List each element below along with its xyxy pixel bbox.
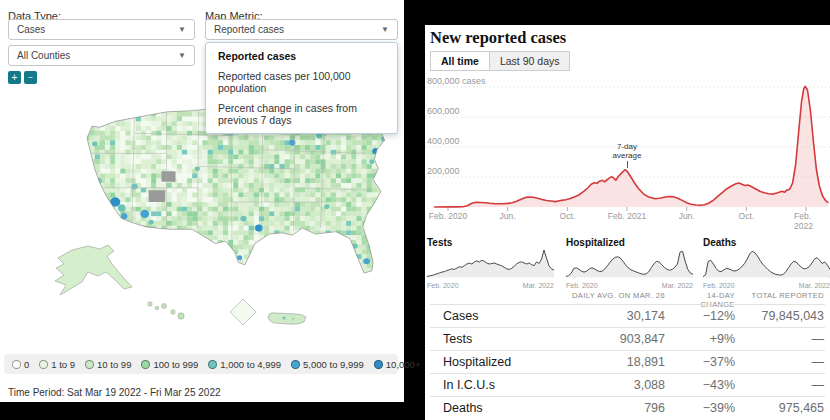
chevron-down-icon: ▼ [381,25,389,34]
cases-summary-panel: New reported cases All time Last 90 days… [425,25,830,420]
time-period-text: Time Period: Sat Mar 19 2022 - Fri Mar 2… [8,387,221,398]
county-value: All Counties [17,50,70,61]
legend-swatch [39,360,48,369]
tab-last-90-days[interactable]: Last 90 days [489,52,570,70]
x-axis-tick-label: Feb. 2020 [429,211,467,221]
y-axis-tick-label: 600,000 [427,106,460,116]
chevron-down-icon: ▼ [178,51,186,60]
deaths-sparkline-chart [703,247,830,281]
page-title: New reported cases [430,28,566,48]
table-row: Hospitalized 18,891 −37% — [430,350,825,373]
x-axis-tick-label: Feb. 2021 [608,211,646,221]
map-tool-panel: Data Type: Cases ▼ All Counties ▼ + − Ma… [0,0,404,402]
table-row: Deaths 796 −39% 975,465 [430,396,825,419]
time-range-tabs: All time Last 90 days [430,51,570,71]
x-axis-tick-label: Feb. 2022 [794,211,818,231]
legend-swatch [374,360,383,369]
map-metric-dropdown: Reported cases Reported cases per 100,00… [205,42,398,134]
legend-item: 5,000 to 9,999 [291,359,364,370]
data-type-select[interactable]: Cases ▼ [8,19,195,40]
col-header-total-reported: TOTAL REPORTED [742,291,824,300]
summary-table: DAILY AVG. ON MAR. 26 14-DAY CHANGE TOTA… [430,291,825,419]
legend-item: 0 [12,359,29,370]
x-axis-tick-label: Oct. [739,211,755,221]
data-type-value: Cases [17,24,45,35]
legend-swatch [141,360,150,369]
legend-swatch [85,360,94,369]
county-select[interactable]: All Counties ▼ [8,45,195,66]
legend-item: 10,000+ [374,359,421,370]
legend-item: 1 to 9 [39,359,75,370]
chevron-down-icon: ▼ [178,25,186,34]
seven-day-average-annotation: 7-day average [597,143,657,168]
x-axis-tick-label: Jun. [679,211,695,221]
dropdown-option-reported-cases[interactable]: Reported cases [206,46,397,66]
map-legend: 0 1 to 9 10 to 99 100 to 999 1,000 to 4,… [4,354,398,374]
y-axis-tick-label: 400,000 [427,136,460,146]
y-axis-tick-label: 800,000 cases [427,76,486,86]
map-metric-select[interactable]: Reported cases ▼ [205,19,398,40]
tab-all-time[interactable]: All time [431,52,489,70]
table-row: In I.C.U.s 3,088 −43% — [430,373,825,396]
table-header-row: DAILY AVG. ON MAR. 26 14-DAY CHANGE TOTA… [430,291,825,304]
legend-item: 10 to 99 [85,359,131,370]
y-axis-tick-label: 200,000 [427,166,460,176]
hospitalized-sparkline-chart [566,247,693,281]
tests-sparkline-chart [427,247,554,281]
annotation-tick [627,161,628,168]
legend-swatch [291,360,300,369]
dropdown-option-percent-change[interactable]: Percent change in cases from previous 7 … [206,98,397,130]
legend-item: 100 to 999 [141,359,198,370]
legend-swatch [208,360,217,369]
legend-swatch [12,360,21,369]
x-axis-tick-label: Jun. [500,211,516,221]
legend-item: 1,000 to 4,999 [208,359,281,370]
map-zoom-in-button[interactable]: + [8,71,21,84]
map-metric-value: Reported cases [214,24,284,35]
table-row: Cases 30,174 −12% 79,845,043 [430,304,825,327]
table-row: Tests 903,847 +9% — [430,327,825,350]
dropdown-option-cases-per-100k[interactable]: Reported cases per 100,000 population [206,66,397,98]
col-header-daily-avg: DAILY AVG. ON MAR. 26 [555,291,665,300]
x-axis-tick-label: Oct. [560,211,576,221]
map-zoom-out-button[interactable]: − [24,71,37,84]
